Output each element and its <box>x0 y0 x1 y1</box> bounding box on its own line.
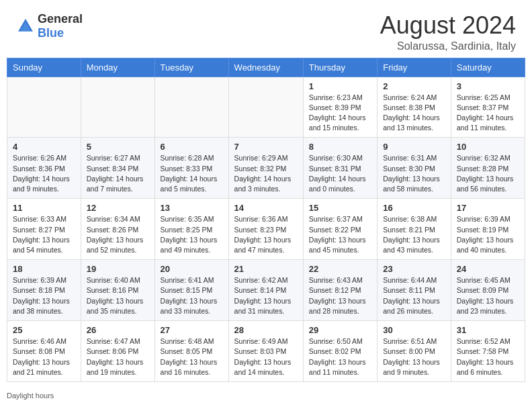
weekday-friday: Friday <box>378 58 451 77</box>
day-number: 5 <box>87 142 149 152</box>
logo-blue: Blue <box>38 26 64 40</box>
day-number: 17 <box>457 203 519 213</box>
day-number: 9 <box>383 142 445 152</box>
day-cell: 20Sunrise: 6:41 AM Sunset: 8:15 PM Dayli… <box>154 260 228 321</box>
weekday-sunday: Sunday <box>7 58 81 77</box>
day-cell: 29Sunrise: 6:50 AM Sunset: 8:02 PM Dayli… <box>303 321 377 382</box>
day-cell: 11Sunrise: 6:33 AM Sunset: 8:27 PM Dayli… <box>7 199 81 260</box>
day-cell: 24Sunrise: 6:45 AM Sunset: 8:09 PM Dayli… <box>451 260 525 321</box>
day-cell: 15Sunrise: 6:37 AM Sunset: 8:22 PM Dayli… <box>303 199 377 260</box>
day-cell <box>154 77 228 138</box>
weekday-saturday: Saturday <box>451 58 525 77</box>
day-info: Sunrise: 6:40 AM Sunset: 8:16 PM Dayligh… <box>87 275 149 316</box>
day-cell: 25Sunrise: 6:46 AM Sunset: 8:08 PM Dayli… <box>7 321 81 382</box>
week-row-3: 18Sunrise: 6:39 AM Sunset: 8:18 PM Dayli… <box>7 260 525 321</box>
day-number: 14 <box>234 203 298 213</box>
day-info: Sunrise: 6:32 AM Sunset: 8:28 PM Dayligh… <box>457 153 519 194</box>
header: General Blue August 2024 Solarussa, Sard… <box>0 0 532 58</box>
day-number: 10 <box>457 142 519 152</box>
day-cell: 31Sunrise: 6:52 AM Sunset: 7:58 PM Dayli… <box>451 321 525 382</box>
day-info: Sunrise: 6:28 AM Sunset: 8:33 PM Dayligh… <box>161 153 223 194</box>
day-info: Sunrise: 6:45 AM Sunset: 8:09 PM Dayligh… <box>457 275 519 316</box>
day-info: Sunrise: 6:46 AM Sunset: 8:08 PM Dayligh… <box>13 336 75 377</box>
day-cell: 4Sunrise: 6:26 AM Sunset: 8:36 PM Daylig… <box>7 138 81 199</box>
day-number: 20 <box>161 264 223 274</box>
day-info: Sunrise: 6:37 AM Sunset: 8:22 PM Dayligh… <box>309 214 371 255</box>
day-info: Sunrise: 6:29 AM Sunset: 8:32 PM Dayligh… <box>234 153 298 194</box>
day-number: 31 <box>457 325 519 335</box>
day-number: 4 <box>13 142 75 152</box>
day-info: Sunrise: 6:48 AM Sunset: 8:05 PM Dayligh… <box>161 336 223 377</box>
day-number: 2 <box>383 81 445 91</box>
day-number: 6 <box>161 142 223 152</box>
logo-general: General <box>38 12 83 26</box>
day-info: Sunrise: 6:24 AM Sunset: 8:38 PM Dayligh… <box>383 93 445 134</box>
day-cell: 1Sunrise: 6:23 AM Sunset: 8:39 PM Daylig… <box>303 77 377 138</box>
day-info: Sunrise: 6:31 AM Sunset: 8:30 PM Dayligh… <box>383 153 445 194</box>
day-number: 24 <box>457 264 519 274</box>
week-row-4: 25Sunrise: 6:46 AM Sunset: 8:08 PM Dayli… <box>7 321 525 382</box>
day-info: Sunrise: 6:25 AM Sunset: 8:37 PM Dayligh… <box>457 93 519 134</box>
day-number: 12 <box>87 203 149 213</box>
day-number: 19 <box>87 264 149 274</box>
day-cell: 12Sunrise: 6:34 AM Sunset: 8:26 PM Dayli… <box>81 199 154 260</box>
week-row-0: 1Sunrise: 6:23 AM Sunset: 8:39 PM Daylig… <box>7 77 525 138</box>
day-number: 16 <box>383 203 445 213</box>
day-number: 3 <box>457 81 519 91</box>
week-row-2: 11Sunrise: 6:33 AM Sunset: 8:27 PM Dayli… <box>7 199 525 260</box>
day-number: 26 <box>87 325 149 335</box>
day-cell: 27Sunrise: 6:48 AM Sunset: 8:05 PM Dayli… <box>154 321 228 382</box>
day-number: 8 <box>309 142 371 152</box>
day-info: Sunrise: 6:42 AM Sunset: 8:14 PM Dayligh… <box>234 275 298 316</box>
weekday-tuesday: Tuesday <box>154 58 228 77</box>
day-number: 15 <box>309 203 371 213</box>
day-number: 18 <box>13 264 75 274</box>
day-cell: 26Sunrise: 6:47 AM Sunset: 8:06 PM Dayli… <box>81 321 154 382</box>
day-info: Sunrise: 6:44 AM Sunset: 8:11 PM Dayligh… <box>383 275 445 316</box>
footer-note: Daylight hours <box>0 389 532 404</box>
day-info: Sunrise: 6:41 AM Sunset: 8:15 PM Dayligh… <box>161 275 223 316</box>
day-cell: 19Sunrise: 6:40 AM Sunset: 8:16 PM Dayli… <box>81 260 154 321</box>
day-info: Sunrise: 6:33 AM Sunset: 8:27 PM Dayligh… <box>13 214 75 255</box>
day-number: 25 <box>13 325 75 335</box>
week-row-1: 4Sunrise: 6:26 AM Sunset: 8:36 PM Daylig… <box>7 138 525 199</box>
logo: General Blue <box>16 12 83 40</box>
day-number: 22 <box>309 264 371 274</box>
day-cell: 10Sunrise: 6:32 AM Sunset: 8:28 PM Dayli… <box>451 138 525 199</box>
day-cell: 2Sunrise: 6:24 AM Sunset: 8:38 PM Daylig… <box>378 77 451 138</box>
day-number: 7 <box>234 142 298 152</box>
day-info: Sunrise: 6:38 AM Sunset: 8:21 PM Dayligh… <box>383 214 445 255</box>
day-number: 29 <box>309 325 371 335</box>
weekday-wednesday: Wednesday <box>228 58 303 77</box>
day-info: Sunrise: 6:35 AM Sunset: 8:25 PM Dayligh… <box>161 214 223 255</box>
day-info: Sunrise: 6:43 AM Sunset: 8:12 PM Dayligh… <box>309 275 371 316</box>
day-cell: 22Sunrise: 6:43 AM Sunset: 8:12 PM Dayli… <box>303 260 377 321</box>
calendar-wrapper: SundayMondayTuesdayWednesdayThursdayFrid… <box>0 58 532 389</box>
day-info: Sunrise: 6:52 AM Sunset: 7:58 PM Dayligh… <box>457 336 519 377</box>
day-cell: 30Sunrise: 6:51 AM Sunset: 8:00 PM Dayli… <box>378 321 451 382</box>
day-cell: 14Sunrise: 6:36 AM Sunset: 8:23 PM Dayli… <box>228 199 303 260</box>
day-number: 1 <box>309 81 371 91</box>
day-number: 11 <box>13 203 75 213</box>
day-cell: 9Sunrise: 6:31 AM Sunset: 8:30 PM Daylig… <box>378 138 451 199</box>
day-number: 28 <box>234 325 298 335</box>
day-cell: 5Sunrise: 6:27 AM Sunset: 8:34 PM Daylig… <box>81 138 154 199</box>
day-info: Sunrise: 6:47 AM Sunset: 8:06 PM Dayligh… <box>87 336 149 377</box>
day-cell: 7Sunrise: 6:29 AM Sunset: 8:32 PM Daylig… <box>228 138 303 199</box>
day-cell: 6Sunrise: 6:28 AM Sunset: 8:33 PM Daylig… <box>154 138 228 199</box>
weekday-monday: Monday <box>81 58 154 77</box>
day-cell: 3Sunrise: 6:25 AM Sunset: 8:37 PM Daylig… <box>451 77 525 138</box>
day-cell <box>228 77 303 138</box>
day-number: 21 <box>234 264 298 274</box>
day-cell <box>81 77 154 138</box>
day-info: Sunrise: 6:49 AM Sunset: 8:03 PM Dayligh… <box>234 336 298 377</box>
location: Solarussa, Sardinia, Italy <box>380 40 516 52</box>
day-info: Sunrise: 6:30 AM Sunset: 8:31 PM Dayligh… <box>309 153 371 194</box>
calendar-table: SundayMondayTuesdayWednesdayThursdayFrid… <box>7 58 525 382</box>
day-cell: 28Sunrise: 6:49 AM Sunset: 8:03 PM Dayli… <box>228 321 303 382</box>
day-number: 30 <box>383 325 445 335</box>
day-info: Sunrise: 6:34 AM Sunset: 8:26 PM Dayligh… <box>87 214 149 255</box>
day-number: 27 <box>161 325 223 335</box>
day-cell: 16Sunrise: 6:38 AM Sunset: 8:21 PM Dayli… <box>378 199 451 260</box>
month-year: August 2024 <box>380 12 516 39</box>
